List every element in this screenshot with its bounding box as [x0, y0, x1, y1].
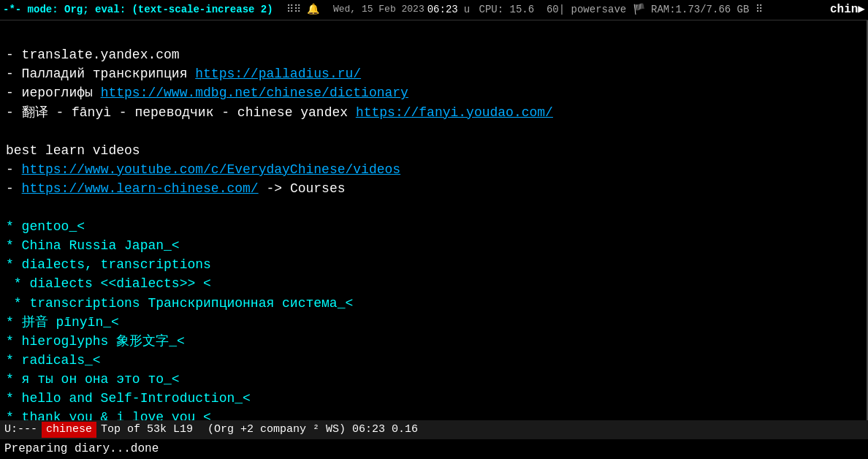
outline-item-5: * transcriptions Транскрипционная систем… [6, 294, 861, 313]
filename-badge: chinese [42, 422, 96, 438]
youtube-link[interactable]: https://www.youtube.com/c/EverydayChines… [22, 162, 400, 177]
outline-item-1: * gentoo_< [6, 217, 861, 236]
resource-line-1: - translate.yandex.com [6, 45, 861, 64]
resource-line-3: - иероглифы https://www.mdbg.net/chinese… [6, 83, 861, 102]
outline-item-3: * dialects, transcriptions [6, 255, 861, 274]
user-label: u [464, 2, 470, 17]
fanyi-link[interactable]: https://fanyi.youdao.com/ [356, 105, 553, 120]
outline-item-2: * China Russia Japan_< [6, 236, 861, 255]
video-line-1: - https://www.youtube.com/c/EverydayChin… [6, 160, 861, 179]
video-line-2: - https://www.learn-chinese.com/ -> Cour… [6, 179, 861, 198]
message-text: Preparing diary...done [4, 442, 159, 455]
blank-line-3 [6, 198, 861, 217]
outline-item-9: * я ты он она это то_< [6, 370, 861, 389]
message-bar: Preparing diary...done [0, 439, 868, 459]
datetime: Wed, 15 Feb 2023 [333, 3, 425, 17]
mode-indicator: -*- mode: Org; eval: (text-scale-increas… [3, 2, 273, 17]
top-status-bar: -*- mode: Org; eval: (text-scale-increas… [0, 0, 868, 20]
outline-item-8: * radicals_< [6, 351, 861, 370]
title-right: chin▶ [830, 1, 865, 18]
outline-item-6: * 拼音 pīnyīn_< [6, 313, 861, 332]
resource-line-2: - Палладий транскрипция https://palladiu… [6, 64, 861, 83]
blank-line-1 [6, 26, 861, 45]
learnchinese-link[interactable]: https://www.learn-chinese.com/ [22, 181, 259, 196]
editor-area[interactable]: - translate.yandex.com - Палладий транск… [0, 20, 867, 420]
system-tray-text: ⠿⠿ 🔔 [281, 2, 326, 17]
videos-header: best learn videos [6, 141, 861, 160]
palladius-link[interactable]: https://palladius.ru/ [195, 67, 361, 81]
time-display: 06:23 [427, 2, 458, 17]
bottom-status-bar: U:--- chinese Top of 53k L19 (Org +2 com… [0, 420, 868, 439]
outline-item-11: * thank you & i love you_< [6, 408, 861, 420]
resource-line-4: - 翻译 - fānyì - переводчик - chinese yand… [6, 103, 861, 122]
mode-info: (Org +2 company ² WS) 06:23 0.16 [208, 422, 418, 438]
outline-item-7: * hieroglyphs 象形文字_< [6, 332, 861, 351]
mode-indicator-bottom: U:--- [4, 422, 37, 438]
mdbg-link[interactable]: https://www.mdbg.net/chinese/dictionary [101, 86, 408, 100]
cpu-info: CPU: 15.6 60| powersave 🏴 RAM:1.73/7.66 … [479, 2, 763, 17]
cpu-label [473, 2, 479, 17]
position-info: Top of 53k L19 [101, 422, 193, 438]
outline-item-10: * hello and Self-Introduction_< [6, 389, 861, 408]
outline-item-4: * dialects <<dialects>> < [6, 274, 861, 293]
blank-line-2 [6, 122, 861, 141]
main-content: - translate.yandex.com - Палладий транск… [0, 20, 868, 420]
